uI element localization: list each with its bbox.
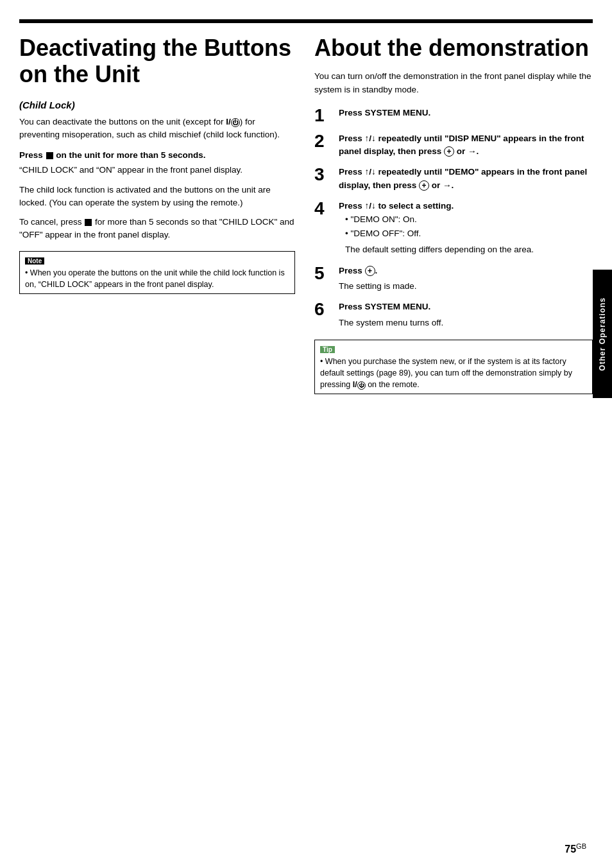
step-5-content: Press +. The setting is made. [339, 265, 593, 293]
tip-text: • When you purchase the system new, or i… [320, 356, 587, 390]
note-label: Note [25, 257, 44, 265]
para3: To cancel, press for more than 5 seconds… [19, 216, 295, 242]
tip-box: Tip • When you purchase the system new, … [314, 340, 593, 394]
page-container: Deactivating the Buttons on the Unit (Ch… [0, 0, 612, 868]
left-column: Deactivating the Buttons on the Unit (Ch… [19, 35, 295, 394]
step-2-number: 2 [314, 132, 332, 150]
step-6: 6 Press SYSTEM MENU. The system menu tur… [314, 300, 593, 329]
top-bar [19, 19, 593, 23]
para1: “CHILD LOCK” and “ON” appear in the fron… [19, 164, 295, 177]
step-3: 3 Press ↑/↓ repeatedly until "DEMO" appe… [314, 166, 593, 192]
page-number: 75GB [565, 842, 586, 855]
sidebar-tab-text: Other Operations [598, 297, 607, 371]
step-5-number: 5 [314, 265, 332, 282]
right-column: About the demonstration You can turn on/… [314, 35, 593, 394]
subsection-title: (Child Lock) [19, 100, 295, 110]
left-section-title: Deactivating the Buttons on the Unit [19, 35, 295, 88]
para2: The child lock function is activated and… [19, 184, 295, 210]
step-1-number: 1 [314, 107, 332, 125]
note-box: Note • When you operate the buttons on t… [19, 251, 295, 294]
sidebar-tab: Other Operations [593, 270, 612, 398]
step-4: 4 Press ↑/↓ to select a setting. • "DEMO… [314, 200, 593, 257]
step-5: 5 Press +. The setting is made. [314, 265, 593, 293]
step-2-content: Press ↑/↓ repeatedly until "DISP MENU" a… [339, 132, 593, 159]
intro-text: You can deactivate the buttons on the un… [19, 116, 295, 142]
step-3-number: 3 [314, 166, 332, 184]
step-4-sub: • "DEMO ON": On. • "DEMO OFF": Off. The … [345, 213, 593, 257]
step-2: 2 Press ↑/↓ repeatedly until "DISP MENU"… [314, 132, 593, 159]
instruction-heading: Press on the unit for more than 5 second… [19, 150, 295, 160]
demo-intro: You can turn on/off the demonstration in… [314, 70, 593, 96]
tip-label: Tip [320, 346, 335, 353]
demo-title: About the demonstration [314, 35, 593, 61]
step-1: 1 Press SYSTEM MENU. [314, 107, 593, 125]
note-text: • When you operate the buttons on the un… [25, 267, 289, 290]
step-4-number: 4 [314, 200, 332, 218]
step-1-content: Press SYSTEM MENU. [339, 107, 593, 119]
step-6-content: Press SYSTEM MENU. The system menu turns… [339, 300, 593, 329]
step-3-content: Press ↑/↓ repeatedly until "DEMO" appear… [339, 166, 593, 192]
step-6-number: 6 [314, 300, 332, 318]
step-list: 1 Press SYSTEM MENU. 2 Press ↑/↓ repeate… [314, 107, 593, 329]
columns: Deactivating the Buttons on the Unit (Ch… [19, 35, 593, 394]
step-4-content: Press ↑/↓ to select a setting. • "DEMO O… [339, 200, 593, 257]
